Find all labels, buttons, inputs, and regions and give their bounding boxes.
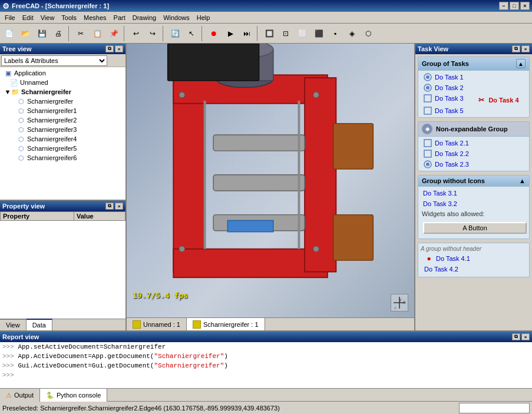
view-iso[interactable]: ◈ [344,26,359,41]
new-button[interactable]: 📄 [1,26,16,41]
task41-red-icon: ● [424,254,434,263]
tree-close-button[interactable]: × [115,45,123,52]
non-expandable-group: ◈ Non-expandable Group Do Task 2.1 [418,121,530,171]
task-panel-header-controls[interactable]: ⧉ × [512,45,530,52]
property-float-button[interactable]: ⧉ [105,203,114,210]
report-tab-output[interactable]: ⚠ Output [0,389,40,402]
view-back[interactable]: ⬡ [361,26,376,41]
tree-item-label-application: Application [14,69,46,77]
tree-item-sg2[interactable]: ⬡ Scharniergreifer2 [1,115,124,125]
fit-button[interactable]: ⊡ [278,26,293,41]
a-button[interactable]: A Button [423,222,527,234]
report-header-controls[interactable]: ⧉ × [512,333,530,340]
cut-button[interactable]: ✂ [73,26,88,41]
redo-button[interactable]: ↪ [145,26,160,41]
group-of-tasks-body: Do Task 1 Do Task 2 Do Task 3 [418,71,529,117]
view3d-button[interactable]: 🔲 [262,26,277,41]
tree-view-selector[interactable]: Labels & Attributes [1,55,107,66]
menu-help[interactable]: Help [193,12,214,23]
viewport-canvas[interactable]: 19.7/5.4 fps Y X Z [127,44,414,317]
menu-bar: File Edit View Tools Meshes Part Drawing… [0,12,532,24]
task-do-task-3-2[interactable]: Do Task 3.2 [419,198,528,209]
expand-icon-root[interactable]: ▼ [5,88,11,95]
task-close-button[interactable]: × [521,45,530,52]
tree-item-label-sg3: Scharniergreifer3 [27,126,77,133]
refresh-button[interactable]: 🔄 [167,26,183,41]
save-button[interactable]: 💾 [34,26,49,41]
task-do-task-3-1[interactable]: Do Task 3.1 [419,188,528,198]
task-do-task-5[interactable]: Do Task 5 [419,105,528,116]
menu-view[interactable]: View [37,12,58,23]
status-input[interactable] [459,403,530,413]
property-close-button[interactable]: × [115,203,123,210]
task-do-task-3[interactable]: Do Task 3 [419,93,471,104]
task42-label: Do Task 4.2 [424,266,458,273]
output-tab-label: Output [14,392,34,399]
viewport-tab-scharniergreifer[interactable]: Scharniergreifer : 1 [187,318,265,330]
print-button[interactable]: 🖨 [51,26,66,41]
task-do-task-2-2[interactable]: Do Task 2.2 [419,148,528,159]
tree-item-root[interactable]: ▼ 📁 Scharniergreifer [1,87,124,97]
menu-edit[interactable]: Edit [19,12,37,23]
maximize-button[interactable]: □ [510,2,519,10]
svg-rect-29 [424,95,431,102]
tree-item-label-sg5: Scharniergreifer5 [27,145,77,152]
undo-button[interactable]: ↩ [128,26,144,41]
task-do-task-4[interactable]: ✂ Do Task 4 [473,95,525,105]
task-float-button[interactable]: ⧉ [512,45,520,52]
open-button[interactable]: 📂 [18,26,33,41]
view-right[interactable]: ▪ [328,26,343,41]
task-do-task-2-1[interactable]: Do Task 2.1 [419,138,528,148]
menu-file[interactable]: File [1,12,19,23]
tree-item-sg1[interactable]: ⬡ Scharniergreifer1 [1,106,124,115]
report-float-button[interactable]: ⧉ [512,333,520,340]
play-button[interactable]: ▶ [223,26,238,41]
menu-meshes[interactable]: Meshes [80,12,110,23]
cursor-button[interactable]: ↖ [184,26,199,41]
task-do-task-4-1[interactable]: ● Do Task 4.1 [421,253,527,264]
minimize-button[interactable]: − [499,2,508,10]
task-do-task-1[interactable]: Do Task 1 [419,72,528,82]
window-title: FreeCAD - [Scharniergreifer : 1] [12,2,109,9]
paste-button[interactable]: 📌 [106,26,121,41]
menu-windows[interactable]: Windows [160,12,193,23]
property-header-controls[interactable]: ⧉ × [105,203,123,210]
close-button[interactable]: × [520,2,530,10]
step-button[interactable]: ⏭ [239,26,255,41]
tree-item-sg5[interactable]: ⬡ Scharniergreifer5 [1,144,124,153]
tree-item-application[interactable]: ▣ Application [1,68,124,78]
report-tab-python[interactable]: 🐍 Python console [40,389,107,402]
tree-item-sg4[interactable]: ⬡ Scharniergreifer4 [1,134,124,144]
record-button[interactable]: ⏺ [206,26,222,41]
property-view-title: Property view [2,203,45,210]
view-front[interactable]: ⬜ [295,26,310,41]
tree-view-title: Tree view [2,45,32,52]
tree-item-unnamed[interactable]: 📄 Unnamed [1,78,124,87]
title-bar-controls[interactable]: − □ × [499,2,530,10]
menu-part[interactable]: Part [110,12,129,23]
view-top[interactable]: ⬛ [311,26,326,41]
copy-button[interactable]: 📋 [90,26,105,41]
group-without-icons-collapse[interactable]: ▲ [519,177,526,184]
report-line-3: >>> Gui.ActiveDocument=Gui.getDocument("… [2,362,530,372]
tree-item-sg6[interactable]: ⬡ Scharniergreifer6 [1,153,124,163]
menu-tools[interactable]: Tools [58,12,80,23]
group-without-icons-header[interactable]: Group without Icons ▲ [418,175,529,187]
tree-float-button[interactable]: ⧉ [105,45,114,52]
task-do-task-2-3[interactable]: Do Task 2.3 [419,159,528,170]
viewport-tab-unnamed[interactable]: Unnamed : 1 [127,318,187,330]
task32-label: Do Task 3.2 [423,200,457,207]
tab-data[interactable]: Data [27,319,52,330]
report-view-title: Report view [2,333,39,340]
group-of-tasks-header[interactable]: Group of Tasks ▲ [418,57,529,71]
report-string-3: "Scharniergreifer" [154,362,224,369]
menu-drawing[interactable]: Drawing [129,12,160,23]
tab-view[interactable]: View [0,319,27,330]
task-do-task-2[interactable]: Do Task 2 [419,82,528,93]
tree-item-sg3[interactable]: ⬡ Scharniergreifer3 [1,125,124,134]
task-do-task-4-2[interactable]: Do Task 4.2 [421,264,527,274]
tree-item-sg0[interactable]: ⬡ Scharniergreifer [1,97,124,106]
group-of-tasks-collapse[interactable]: ▲ [516,59,526,68]
report-close-button[interactable]: × [521,333,530,340]
tree-header-controls[interactable]: ⧉ × [105,45,123,52]
